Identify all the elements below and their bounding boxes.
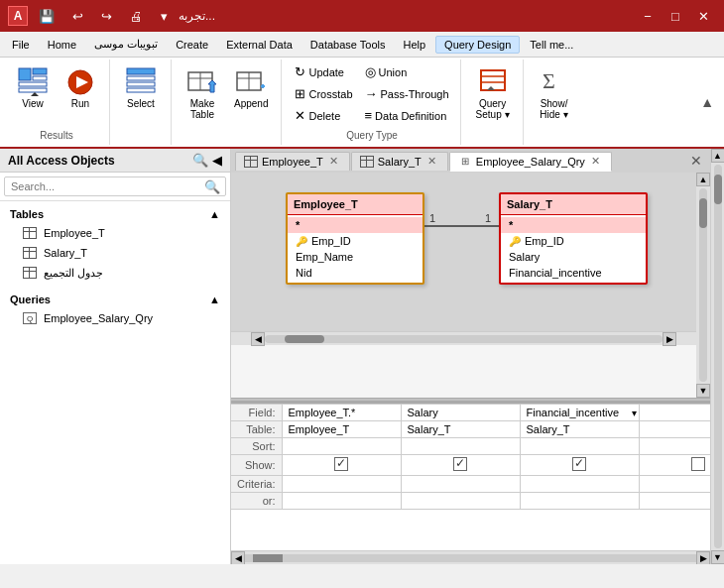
undo-icon[interactable]: ↩ bbox=[67, 7, 88, 26]
grid-cell-sort-3[interactable] bbox=[520, 438, 639, 455]
grid-cell-field-4[interactable] bbox=[639, 405, 710, 421]
data-definition-button[interactable]: ≡ Data Definition bbox=[360, 105, 454, 126]
query-diagram[interactable]: Employee_T * 🔑 Emp_ID Emp_Name bbox=[231, 173, 696, 331]
grid-scroll-track[interactable] bbox=[245, 554, 696, 562]
redo-icon[interactable]: ↪ bbox=[96, 7, 117, 26]
show-hide-button[interactable]: Σ Show/Hide ▾ bbox=[532, 61, 577, 125]
menu-file[interactable]: File bbox=[4, 37, 38, 53]
window-controls[interactable]: − □ ✕ bbox=[635, 6, 716, 26]
grid-cell-table-2[interactable]: Salary_T bbox=[401, 421, 520, 438]
employee-t-box[interactable]: Employee_T * 🔑 Emp_ID Emp_Name bbox=[286, 192, 424, 285]
employee-t-header[interactable]: Employee_T bbox=[288, 194, 422, 215]
view-button[interactable]: View bbox=[10, 61, 56, 114]
sidebar-item-jd-t[interactable]: جدول التجميع bbox=[6, 263, 224, 283]
grid-cell-or-4[interactable] bbox=[639, 493, 710, 510]
scroll-thumb-v[interactable] bbox=[699, 198, 707, 228]
grid-cell-or-2[interactable] bbox=[401, 493, 520, 510]
scroll-right-btn[interactable]: ▶ bbox=[663, 332, 676, 346]
select-button[interactable]: Select bbox=[118, 61, 164, 114]
grid-scroll-right[interactable]: ▶ bbox=[696, 551, 710, 565]
grid-scroll-left[interactable]: ◀ bbox=[231, 551, 245, 565]
grid-cell-sort-2[interactable] bbox=[401, 438, 520, 455]
sidebar-item-employee-t[interactable]: Employee_T bbox=[6, 223, 224, 243]
main-scroll-up[interactable]: ▲ bbox=[711, 149, 725, 163]
field-dropdown-btn[interactable]: ▾ bbox=[632, 408, 637, 418]
grid-cell-table-3[interactable]: Salary_T bbox=[520, 421, 639, 438]
doc-area-close[interactable]: ✕ bbox=[686, 151, 706, 171]
tab-close-qry[interactable]: ✕ bbox=[589, 155, 603, 169]
save-icon[interactable]: 💾 bbox=[34, 7, 60, 26]
grid-cell-criteria-2[interactable] bbox=[401, 476, 520, 493]
menu-external[interactable]: External Data bbox=[218, 37, 301, 53]
scroll-left-btn[interactable]: ◀ bbox=[251, 332, 265, 346]
menu-create[interactable]: Create bbox=[168, 37, 216, 53]
salary-t-box[interactable]: Salary_T * 🔑 Emp_ID Salary Fin bbox=[499, 192, 648, 285]
append-button[interactable]: Append bbox=[227, 61, 275, 114]
grid-cell-or-1[interactable] bbox=[282, 493, 401, 510]
menu-tabvibat[interactable]: تبویبات موسی bbox=[86, 36, 166, 53]
search-input[interactable] bbox=[4, 176, 226, 196]
make-table-button[interactable]: MakeTable bbox=[180, 61, 225, 125]
grid-cell-sort-4[interactable] bbox=[639, 438, 710, 455]
update-button[interactable]: ↻ Update bbox=[290, 61, 357, 82]
scroll-up-btn[interactable]: ▲ bbox=[696, 173, 710, 186]
crosstab-button[interactable]: ⊞ Crosstab bbox=[290, 83, 357, 104]
tab-close-salary-t[interactable]: ✕ bbox=[425, 155, 439, 169]
delete-button[interactable]: ✕ Delete bbox=[290, 105, 357, 126]
pass-through-button[interactable]: → Pass-Through bbox=[360, 83, 454, 104]
grid-cell-field-1[interactable]: Employee_T.* bbox=[282, 405, 401, 421]
grid-cell-sort-1[interactable] bbox=[282, 438, 401, 455]
menu-query-design[interactable]: Query Design bbox=[435, 36, 520, 54]
scroll-down-btn[interactable]: ▼ bbox=[696, 384, 710, 398]
more-icon[interactable]: ▾ bbox=[156, 7, 173, 26]
show-checkbox-2[interactable] bbox=[453, 457, 467, 471]
scroll-thumb-h[interactable] bbox=[285, 335, 324, 343]
tab-salary-t[interactable]: Salary_T ✕ bbox=[351, 152, 448, 171]
scroll-track-h[interactable] bbox=[265, 335, 663, 343]
menu-tell-me[interactable]: Tell me... bbox=[522, 37, 581, 53]
grid-cell-criteria-3[interactable] bbox=[520, 476, 639, 493]
tables-section-header[interactable]: Tables ▲ bbox=[6, 205, 224, 223]
print-icon[interactable]: 🖨 bbox=[125, 7, 148, 26]
menu-home[interactable]: Home bbox=[40, 37, 84, 53]
union-button[interactable]: ◎ Union bbox=[360, 61, 454, 82]
main-scrollbar-v[interactable]: ▲ ▼ bbox=[710, 149, 724, 564]
grid-cell-table-4[interactable] bbox=[639, 421, 710, 438]
close-button[interactable]: ✕ bbox=[690, 6, 716, 26]
show-checkbox-3[interactable] bbox=[572, 457, 586, 471]
grid-cell-show-1[interactable] bbox=[282, 455, 401, 476]
grid-cell-show-4[interactable] bbox=[639, 455, 710, 476]
menu-help[interactable]: Help bbox=[395, 37, 433, 53]
ribbon-collapse-button[interactable]: ▲ bbox=[694, 92, 720, 112]
grid-cell-field-3[interactable]: Financial_incentive ▾ bbox=[520, 405, 639, 421]
minimize-button[interactable]: − bbox=[635, 6, 661, 26]
main-scroll-thumb[interactable] bbox=[714, 175, 722, 204]
grid-cell-criteria-4[interactable] bbox=[639, 476, 710, 493]
show-checkbox-1[interactable] bbox=[334, 457, 348, 471]
tab-employee-salary-qry[interactable]: ⊞ Employee_Salary_Qry ✕ bbox=[449, 152, 612, 172]
grid-cell-show-2[interactable] bbox=[401, 455, 520, 476]
grid-cell-field-2[interactable]: Salary bbox=[401, 405, 520, 421]
grid-cell-show-3[interactable] bbox=[520, 455, 639, 476]
diagram-scrollbar-v[interactable]: ▲ ▼ bbox=[696, 173, 710, 398]
diagram-scrollbar-h[interactable]: ◀ ▶ bbox=[231, 331, 696, 345]
maximize-button[interactable]: □ bbox=[663, 6, 688, 26]
scroll-track-v[interactable] bbox=[699, 188, 707, 382]
salary-t-header[interactable]: Salary_T bbox=[501, 194, 646, 215]
grid-cell-criteria-1[interactable] bbox=[282, 476, 401, 493]
tab-close-employee-t[interactable]: ✕ bbox=[327, 155, 341, 169]
grid-cell-table-1[interactable]: Employee_T bbox=[282, 421, 401, 438]
grid-scroll-thumb[interactable] bbox=[253, 554, 283, 562]
sidebar-item-employee-salary-qry[interactable]: Q Employee_Salary_Qry bbox=[6, 308, 224, 328]
main-scroll-down[interactable]: ▼ bbox=[711, 550, 725, 564]
menu-database[interactable]: Database Tools bbox=[302, 37, 394, 53]
run-button[interactable]: Run bbox=[58, 61, 103, 114]
sidebar-search-toggle-icon[interactable]: 🔍 bbox=[192, 153, 208, 168]
show-checkbox-4[interactable] bbox=[691, 457, 705, 471]
sidebar-collapse-icon[interactable]: ◀ bbox=[212, 153, 222, 168]
grid-cell-or-3[interactable] bbox=[520, 493, 639, 510]
grid-scrollbar-h[interactable]: ◀ ▶ bbox=[231, 550, 710, 564]
queries-section-header[interactable]: Queries ▲ bbox=[6, 291, 224, 308]
query-setup-button[interactable]: QuerySetup ▾ bbox=[469, 61, 517, 125]
sidebar-item-salary-t[interactable]: Salary_T bbox=[6, 243, 224, 263]
